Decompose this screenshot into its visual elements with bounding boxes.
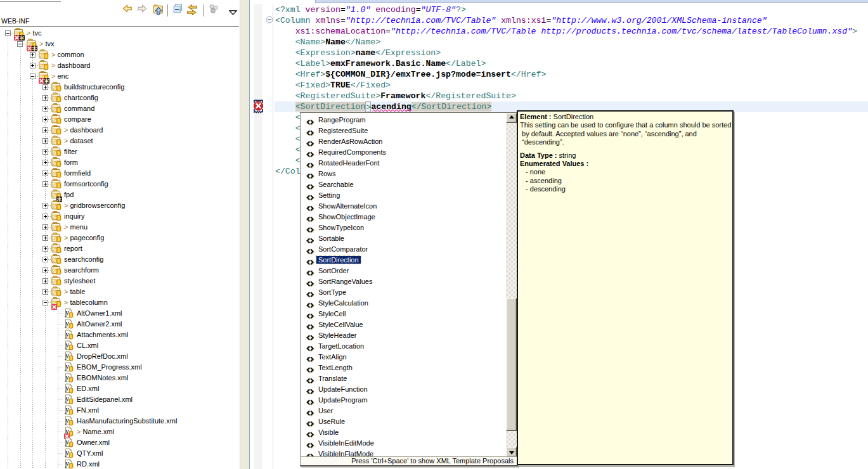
tree-expand-toggle[interactable] xyxy=(42,224,48,230)
tree-row-name-xml[interactable]: y > Name.xml xyxy=(0,427,240,437)
assist-item-stylecell[interactable]: StyleCell xyxy=(301,309,507,319)
assist-item-renderasrowaction[interactable]: RenderAsRowAction xyxy=(301,136,507,147)
tree-row-stylesheet[interactable]: stylesheet xyxy=(0,276,240,286)
tree-expand-toggle[interactable] xyxy=(42,235,48,241)
tree-row-fpd[interactable]: fpd xyxy=(0,190,240,200)
tree-row-inquiry[interactable]: inquiry xyxy=(0,211,240,222)
assist-item-styleheader[interactable]: StyleHeader xyxy=(301,330,507,341)
scrollbar-down-button[interactable] xyxy=(506,447,517,457)
tree-row-qty-xml[interactable]: y QTY.xml xyxy=(0,448,240,459)
tree-row-altowner1-xml[interactable]: y AltOwner1.xml xyxy=(0,308,240,319)
back-icon[interactable] xyxy=(122,4,134,15)
tree-expand-toggle[interactable] xyxy=(30,63,36,68)
assist-item-showalternateicon[interactable]: ShowAlternateIcon xyxy=(301,201,507,212)
assist-item-searchable[interactable]: Searchable xyxy=(301,179,507,190)
assist-item-sortcomparator[interactable]: SortComparator xyxy=(301,244,507,255)
tree-row-form[interactable]: form xyxy=(0,157,240,168)
tree-expand-toggle[interactable] xyxy=(42,106,48,112)
tree-row-table[interactable]: > table xyxy=(0,286,240,297)
tree-row-ed-xml[interactable]: y ED.xml xyxy=(0,383,240,394)
tree-expand-toggle[interactable] xyxy=(42,160,48,165)
tree-row-dataset[interactable]: > dataset xyxy=(0,136,240,146)
tree-row-ebom_progress-xml[interactable]: y EBOM_Progress.xml xyxy=(0,362,240,373)
tree-expand-toggle[interactable] xyxy=(42,117,48,122)
tree-row-command[interactable]: command xyxy=(0,103,240,114)
assist-item-showobjectimage[interactable]: ShowObjectImage xyxy=(301,212,507,222)
assist-item-sortrangevalues[interactable]: SortRangeValues xyxy=(301,276,507,287)
tree-row-pageconfig[interactable]: > pageconfig xyxy=(0,233,240,243)
assist-item-stylecellvalue[interactable]: StyleCellValue xyxy=(301,319,507,330)
tree-row-editsidepanel-xml[interactable]: y EditSidepanel.xml xyxy=(0,394,240,405)
assist-item-rotatedheaderfont[interactable]: RotatedHeaderFont xyxy=(301,158,507,169)
assist-item-rows[interactable]: Rows xyxy=(301,169,507,179)
tree-row-cl-xml[interactable]: y CL.xml xyxy=(0,340,240,351)
tree-expand-toggle[interactable] xyxy=(42,181,48,187)
panel-sash[interactable] xyxy=(240,0,249,469)
tree-row-enc[interactable]: > enc xyxy=(0,71,240,82)
tree-row-chartconfig[interactable]: chartconfig xyxy=(0,93,240,103)
tree-expand-toggle[interactable] xyxy=(42,267,48,273)
assist-item-targetlocation[interactable]: TargetLocation xyxy=(301,341,507,352)
tree-collapse-toggle[interactable] xyxy=(42,300,48,305)
tree-row-common[interactable]: > common xyxy=(0,49,240,60)
scrollbar-up-button[interactable] xyxy=(506,113,517,123)
assist-item-updatefunction[interactable]: UpdateFunction xyxy=(301,384,507,395)
tree-expand-toggle[interactable] xyxy=(42,95,48,101)
tree-expand-toggle[interactable] xyxy=(42,246,48,252)
scrollbar-thumb[interactable] xyxy=(506,298,517,431)
tree-row-altowner2-xml[interactable]: y AltOwner2.xml xyxy=(0,319,240,330)
tree-expand-toggle[interactable] xyxy=(42,127,48,133)
tree-row-ebomnotes-xml[interactable]: y EBOMNotes.xml xyxy=(0,373,240,383)
up-icon[interactable] xyxy=(153,4,164,16)
content-assist-list[interactable]: RangeProgramRegisteredSuiteRenderAsRowAc… xyxy=(301,113,507,457)
collapse-all-icon[interactable] xyxy=(173,4,185,15)
tree-row-owner-xml[interactable]: y Owner.xml xyxy=(0,437,240,448)
tree-collapse-toggle[interactable] xyxy=(17,41,23,47)
tree-row-compare[interactable]: compare xyxy=(0,114,240,125)
tree-row-dashboard[interactable]: > dashboard xyxy=(0,125,240,136)
link-with-editor-icon[interactable] xyxy=(186,4,198,16)
tree-expand-toggle[interactable] xyxy=(42,138,48,144)
tree-expand-toggle[interactable] xyxy=(42,203,48,209)
tree-row-searchform[interactable]: searchform xyxy=(0,265,240,276)
tree-row-rd-xml[interactable]: y RD.xml xyxy=(0,459,240,469)
content-assist-scrollbar[interactable] xyxy=(506,113,517,457)
tree-row-hasmanufacturingsubstitute-xml[interactable]: y HasManufacturingSubstitute.xml xyxy=(0,416,240,427)
editor-annotation-ruler[interactable] xyxy=(254,4,262,469)
assist-item-userule[interactable]: UseRule xyxy=(301,416,507,427)
assist-item-rangeprogram[interactable]: RangeProgram xyxy=(301,115,507,125)
assist-item-visibleineditmode[interactable]: VisibleInEditMode xyxy=(301,438,507,449)
error-marker-icon[interactable] xyxy=(254,100,263,113)
assist-item-stylecalculation[interactable]: StyleCalculation xyxy=(301,298,507,309)
tree-expand-toggle[interactable] xyxy=(42,170,48,176)
assist-item-updateprogram[interactable]: UpdateProgram xyxy=(301,395,507,406)
tree-row-gridbrowserconfig[interactable]: > gridbrowserconfig xyxy=(0,200,240,211)
tree-row-formsortconfig[interactable]: formsortconfig xyxy=(0,179,240,190)
assist-item-registeredsuite[interactable]: RegisteredSuite xyxy=(301,125,507,136)
tree-expand-toggle[interactable] xyxy=(42,84,48,90)
tree-collapse-toggle[interactable] xyxy=(5,30,11,36)
tree-collapse-toggle[interactable] xyxy=(30,74,36,79)
tree-row-fn-xml[interactable]: y FN.xml xyxy=(0,405,240,416)
tree-expand-toggle[interactable] xyxy=(42,149,48,155)
assist-item-sorttype[interactable]: SortType xyxy=(301,287,507,298)
assist-item-requiredcomponents[interactable]: RequiredComponents xyxy=(301,147,507,158)
tree-row-buildstructureconfig[interactable]: buildstructureconfig xyxy=(0,82,240,93)
assist-item-setting[interactable]: Setting xyxy=(301,190,507,201)
tree-row-tvc[interactable]: > tvc xyxy=(0,28,240,39)
tree-expand-toggle[interactable] xyxy=(30,52,36,58)
tree-row-formfield[interactable]: formfield xyxy=(0,168,240,179)
tree-expand-toggle[interactable] xyxy=(42,257,48,262)
tree-expand-toggle[interactable] xyxy=(42,214,48,219)
tree-row-tablecolumn[interactable]: > tablecolumn xyxy=(0,297,240,308)
assist-item-translate[interactable]: Translate xyxy=(301,373,507,384)
tree-row-searchconfig[interactable]: searchconfig xyxy=(0,254,240,265)
assist-item-textlength[interactable]: TextLength xyxy=(301,363,507,373)
assist-item-sortorder[interactable]: SortOrder xyxy=(301,266,507,276)
fold-collapse-icon[interactable] xyxy=(266,16,273,23)
assist-item-showtypeicon[interactable]: ShowTypeIcon xyxy=(301,222,507,233)
tree-row-tvx[interactable]: > tvx xyxy=(0,39,240,49)
tree-row-menu[interactable]: > menu xyxy=(0,222,240,233)
tree-row-droprefdoc-xml[interactable]: y DropRefDoc.xml xyxy=(0,351,240,362)
tree-row-attachments-xml[interactable]: y Attachments.xml xyxy=(0,330,240,340)
